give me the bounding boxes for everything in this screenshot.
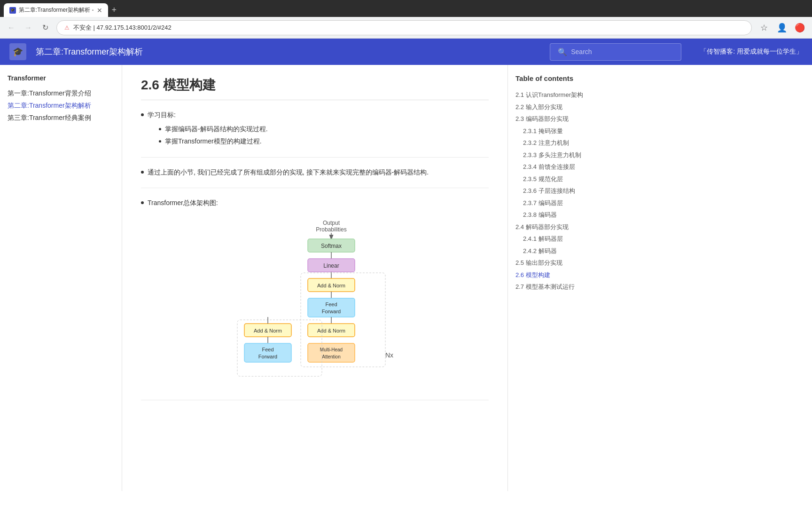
sub-bullet-list: 掌握编码器-解码器结构的实现过程.掌握Transformer模型的构建过程. <box>159 124 268 147</box>
toc-item[interactable]: 2.3.5 规范化层 <box>515 173 622 185</box>
toc-item[interactable]: 2.3.6 子层连接结构 <box>515 185 622 197</box>
add-norm3-label: Add & Norm <box>254 328 282 333</box>
toc-items-container: 2.1 认识Transformer架构2.2 输入部分实现2.3 编码器部分实现… <box>515 89 622 293</box>
multi-head-label-1: Multi-Head <box>320 347 343 352</box>
sidebar-nav-item[interactable]: 第一章:Transformer背景介绍 <box>8 87 114 100</box>
sub-bullet-dot <box>159 140 161 143</box>
sub-bullet-text: 掌握编码器-解码器结构的实现过程. <box>165 124 268 135</box>
search-placeholder: Search <box>571 48 592 56</box>
toc-item[interactable]: 2.4.2 解码器 <box>515 245 622 257</box>
left-sidebar: Transformer 第一章:Transformer背景介绍第二章:Trans… <box>0 65 122 491</box>
multi-head-box <box>308 343 355 362</box>
sub-bullet-text: 掌握Transformer模型的构建过程. <box>165 136 262 147</box>
feed-forward2-label-2: Forward <box>258 354 277 359</box>
site-tagline: 「传智播客: 用爱成就每一位学生」 <box>700 48 803 56</box>
toc-item[interactable]: 2.7 模型基本测试运行 <box>515 281 622 293</box>
nx-label: Nx <box>385 351 393 359</box>
architecture-bullet: Transformer总体架构图: <box>141 198 489 209</box>
logo-icon: 🎓 <box>13 47 23 57</box>
address-bar[interactable]: ⚠ 不安全 | 47.92.175.143:8001/2/#242 <box>56 20 752 35</box>
feed-forward2-label-1: Feed <box>262 347 273 352</box>
site-header: 🎓 第二章:Transformer架构解析 🔍 Search 「传智播客: 用爱… <box>0 39 812 65</box>
tab-favicon: 🎓 <box>9 7 16 14</box>
bullet-dot-2 <box>141 171 144 174</box>
address-bar-row: ← → ↻ ⚠ 不安全 | 47.92.175.143:8001/2/#242 … <box>0 17 812 39</box>
tab-close-button[interactable]: ✕ <box>97 7 102 14</box>
reload-button[interactable]: ↻ <box>39 22 51 33</box>
search-box[interactable]: 🔍 Search <box>550 43 681 61</box>
extension-icon[interactable]: 🔴 <box>793 21 806 34</box>
bookmark-icon[interactable]: ☆ <box>757 21 771 34</box>
sub-bullet-item: 掌握编码器-解码器结构的实现过程. <box>159 124 268 135</box>
sub-bullet-dot <box>159 128 161 130</box>
profile-icon[interactable]: 👤 <box>775 21 789 34</box>
learning-objectives-section: 学习目标: 掌握编码器-解码器结构的实现过程.掌握Transformer模型的构… <box>141 110 489 158</box>
bullet-dot-1 <box>141 113 144 116</box>
toc-item[interactable]: 2.4 解码器部分实现 <box>515 221 622 233</box>
toc-item[interactable]: 2.4.1 解码器层 <box>515 233 622 245</box>
linear-label: Linear <box>323 262 339 269</box>
softmax-label: Softmax <box>321 243 342 249</box>
diagram-container: Output Probabilities Softmax Linear <box>141 216 489 390</box>
site-title: 第二章:Transformer架构解析 <box>36 46 143 57</box>
active-tab[interactable]: 🎓 第二章:Transformer架构解析 - ✕ <box>4 3 108 17</box>
page-layout: Transformer 第一章:Transformer背景介绍第二章:Trans… <box>0 65 812 491</box>
feed-forward2-box <box>244 343 291 362</box>
output-probs-label: Output <box>323 220 340 226</box>
add-norm2-label: Add & Norm <box>317 328 345 333</box>
implementation-section: 通过上面的小节, 我们已经完成了所有组成部分的实现, 接下来就来实现完整的编码器… <box>141 167 489 188</box>
feed-forward1-label-1: Feed <box>325 302 337 307</box>
main-content: 2.6 模型构建 学习目标: 掌握编码器-解码器结构的实现过程.掌握Transf… <box>122 65 508 491</box>
toc-item[interactable]: 2.3.7 编码器层 <box>515 197 622 209</box>
toolbar-icons: ☆ 👤 🔴 <box>757 21 806 34</box>
security-icon: ⚠ <box>64 24 70 31</box>
tab-bar: 🎓 第二章:Transformer架构解析 - ✕ + <box>0 0 812 17</box>
search-icon: 🔍 <box>558 48 567 56</box>
toc-item[interactable]: 2.3.4 前馈全连接层 <box>515 161 622 173</box>
toc-item[interactable]: 2.3.3 多头注意力机制 <box>515 149 622 161</box>
new-tab-button[interactable]: + <box>108 3 121 17</box>
feed-forward1-box <box>308 298 355 317</box>
svg-text:Probabilities: Probabilities <box>316 226 346 233</box>
site-logo: 🎓 <box>9 43 26 60</box>
back-button[interactable]: ← <box>6 22 17 33</box>
section-heading: 2.6 模型构建 <box>141 76 489 100</box>
transformer-diagram: Output Probabilities Softmax Linear <box>216 216 414 390</box>
toc-item[interactable]: 2.3 编码器部分实现 <box>515 113 622 125</box>
toc-item[interactable]: 2.3.8 编码器 <box>515 209 622 221</box>
toc-item[interactable]: 2.2 输入部分实现 <box>515 101 622 113</box>
sub-bullet-item: 掌握Transformer模型的构建过程. <box>159 136 268 147</box>
toc-item[interactable]: 2.3.2 注意力机制 <box>515 137 622 149</box>
right-sidebar: Table of contents 2.1 认识Transformer架构2.2… <box>508 65 630 491</box>
implementation-text: 通过上面的小节, 我们已经完成了所有组成部分的实现, 接下来就来实现完整的编码器… <box>148 167 429 178</box>
feed-forward1-label-2: Forward <box>322 309 341 314</box>
sidebar-nav: 第一章:Transformer背景介绍第二章:Transformer架构解析第三… <box>8 87 114 124</box>
learning-objectives-label: 学习目标: <box>148 111 176 119</box>
toc-item[interactable]: 2.5 输出部分实现 <box>515 257 622 269</box>
bullet-dot-3 <box>141 201 144 204</box>
multi-head-label-2: Attention <box>322 354 340 359</box>
add-norm1-label: Add & Norm <box>317 283 345 288</box>
toc-title: Table of contents <box>515 74 622 82</box>
learning-objectives-bullet: 学习目标: 掌握编码器-解码器结构的实现过程.掌握Transformer模型的构… <box>141 110 489 148</box>
tab-title: 第二章:Transformer架构解析 - <box>19 6 94 14</box>
url-text: 不安全 | 47.92.175.143:8001/2/#242 <box>73 24 172 32</box>
toc-item[interactable]: 2.1 认识Transformer架构 <box>515 89 622 101</box>
sidebar-nav-item[interactable]: 第二章:Transformer架构解析 <box>8 100 114 112</box>
architecture-section: Transformer总体架构图: Output Probabilities S… <box>141 198 489 400</box>
forward-button[interactable]: → <box>23 22 34 33</box>
architecture-label: Transformer总体架构图: <box>148 198 218 209</box>
implementation-bullet: 通过上面的小节, 我们已经完成了所有组成部分的实现, 接下来就来实现完整的编码器… <box>141 167 489 178</box>
sidebar-section-title: Transformer <box>8 74 114 82</box>
toc-item[interactable]: 2.3.1 掩码张量 <box>515 125 622 137</box>
toc-item[interactable]: 2.6 模型构建 <box>515 269 622 281</box>
sidebar-nav-item[interactable]: 第三章:Transformer经典案例 <box>8 112 114 124</box>
